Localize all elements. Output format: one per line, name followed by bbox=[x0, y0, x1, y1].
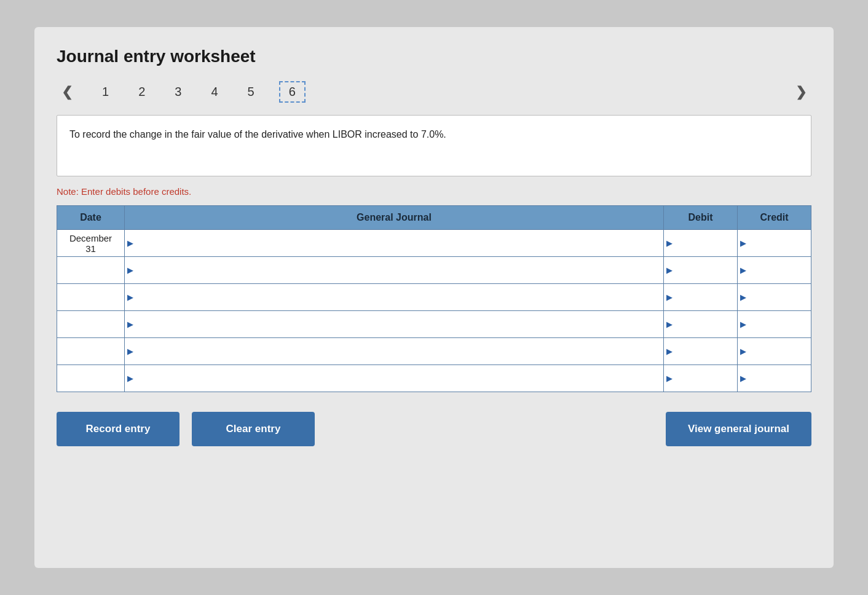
credit-input-3[interactable] bbox=[748, 311, 811, 337]
journal-input-3[interactable] bbox=[135, 311, 663, 337]
date-cell-4 bbox=[57, 338, 125, 365]
nav-item-2[interactable]: 2 bbox=[133, 82, 150, 101]
cell-arrow-icon: ▶ bbox=[740, 374, 746, 383]
credit-cell-4[interactable]: ▶ bbox=[738, 338, 811, 365]
nav-item-1[interactable]: 1 bbox=[97, 82, 114, 101]
cell-arrow-icon: ▶ bbox=[666, 293, 673, 302]
date-cell-0: December 31 bbox=[57, 230, 125, 257]
cell-arrow-icon: ▶ bbox=[127, 293, 133, 302]
table-row: ▶▶▶ bbox=[57, 311, 811, 338]
cell-arrow-icon: ▶ bbox=[740, 238, 746, 248]
cell-arrow-icon: ▶ bbox=[740, 293, 746, 302]
table-row: ▶▶▶ bbox=[57, 284, 811, 311]
date-cell-3 bbox=[57, 311, 125, 338]
nav-item-3[interactable]: 3 bbox=[170, 82, 186, 101]
date-cell-2 bbox=[57, 284, 125, 311]
credit-input-1[interactable] bbox=[748, 257, 811, 283]
credit-input-0[interactable] bbox=[748, 230, 811, 256]
nav-item-6[interactable]: 6 bbox=[279, 81, 306, 103]
cell-arrow-icon: ▶ bbox=[740, 347, 746, 356]
journal-input-0[interactable] bbox=[135, 230, 663, 256]
header-credit: Credit bbox=[738, 206, 811, 230]
note-text: Note: Enter debits before credits. bbox=[57, 186, 811, 197]
worksheet-container: Journal entry worksheet ❮ 1 2 3 4 5 6 ❯ … bbox=[34, 27, 834, 568]
credit-cell-5[interactable]: ▶ bbox=[738, 365, 811, 392]
date-cell-5 bbox=[57, 365, 125, 392]
description-text: To record the change in the fair value o… bbox=[69, 129, 446, 140]
credit-cell-1[interactable]: ▶ bbox=[738, 257, 811, 284]
header-date: Date bbox=[57, 206, 125, 230]
debit-input-5[interactable] bbox=[674, 365, 737, 392]
journal-input-1[interactable] bbox=[135, 257, 663, 283]
credit-input-4[interactable] bbox=[748, 338, 811, 364]
credit-cell-0[interactable]: ▶ bbox=[738, 230, 811, 257]
cell-arrow-icon: ▶ bbox=[127, 266, 133, 275]
debit-cell-0[interactable]: ▶ bbox=[664, 230, 738, 257]
date-cell-1 bbox=[57, 257, 125, 284]
cell-arrow-icon: ▶ bbox=[666, 266, 673, 275]
journal-input-5[interactable] bbox=[135, 365, 663, 392]
journal-cell-4[interactable]: ▶ bbox=[125, 338, 664, 365]
clear-entry-button[interactable]: Clear entry bbox=[192, 412, 315, 446]
journal-cell-3[interactable]: ▶ bbox=[125, 311, 664, 338]
journal-table: Date General Journal Debit Credit Decemb… bbox=[57, 205, 811, 392]
nav-item-4[interactable]: 4 bbox=[206, 82, 223, 101]
page-title: Journal entry worksheet bbox=[57, 47, 811, 66]
cell-arrow-icon: ▶ bbox=[666, 320, 673, 329]
nav-item-5[interactable]: 5 bbox=[243, 82, 259, 101]
credit-input-5[interactable] bbox=[748, 365, 811, 392]
buttons-row: Record entry Clear entry View general jo… bbox=[57, 412, 811, 446]
journal-cell-0[interactable]: ▶ bbox=[125, 230, 664, 257]
table-row: December 31▶▶▶ bbox=[57, 230, 811, 257]
header-debit: Debit bbox=[664, 206, 738, 230]
cell-arrow-icon: ▶ bbox=[127, 320, 133, 329]
debit-input-0[interactable] bbox=[674, 230, 737, 256]
credit-cell-3[interactable]: ▶ bbox=[738, 311, 811, 338]
cell-arrow-icon: ▶ bbox=[127, 347, 133, 356]
journal-cell-5[interactable]: ▶ bbox=[125, 365, 664, 392]
navigation-row: ❮ 1 2 3 4 5 6 ❯ bbox=[57, 81, 811, 103]
journal-cell-2[interactable]: ▶ bbox=[125, 284, 664, 311]
debit-input-2[interactable] bbox=[674, 284, 737, 310]
debit-input-1[interactable] bbox=[674, 257, 737, 283]
cell-arrow-icon: ▶ bbox=[666, 374, 673, 383]
cell-arrow-icon: ▶ bbox=[740, 266, 746, 275]
nav-next-arrow[interactable]: ❯ bbox=[791, 82, 811, 103]
debit-cell-5[interactable]: ▶ bbox=[664, 365, 738, 392]
debit-input-4[interactable] bbox=[674, 338, 737, 364]
table-row: ▶▶▶ bbox=[57, 257, 811, 284]
cell-arrow-icon: ▶ bbox=[127, 374, 133, 383]
credit-cell-2[interactable]: ▶ bbox=[738, 284, 811, 311]
cell-arrow-icon: ▶ bbox=[666, 238, 673, 248]
cell-arrow-icon: ▶ bbox=[127, 238, 133, 248]
cell-arrow-icon: ▶ bbox=[740, 320, 746, 329]
table-row: ▶▶▶ bbox=[57, 365, 811, 392]
view-general-journal-button[interactable]: View general journal bbox=[666, 412, 811, 446]
debit-cell-2[interactable]: ▶ bbox=[664, 284, 738, 311]
journal-input-4[interactable] bbox=[135, 338, 663, 364]
journal-cell-1[interactable]: ▶ bbox=[125, 257, 664, 284]
record-entry-button[interactable]: Record entry bbox=[57, 412, 180, 446]
description-box: To record the change in the fair value o… bbox=[57, 115, 811, 176]
cell-arrow-icon: ▶ bbox=[666, 347, 673, 356]
header-journal: General Journal bbox=[125, 206, 664, 230]
credit-input-2[interactable] bbox=[748, 284, 811, 310]
debit-cell-4[interactable]: ▶ bbox=[664, 338, 738, 365]
table-row: ▶▶▶ bbox=[57, 338, 811, 365]
journal-input-2[interactable] bbox=[135, 284, 663, 310]
debit-input-3[interactable] bbox=[674, 311, 737, 337]
nav-prev-arrow[interactable]: ❮ bbox=[57, 82, 77, 103]
debit-cell-3[interactable]: ▶ bbox=[664, 311, 738, 338]
debit-cell-1[interactable]: ▶ bbox=[664, 257, 738, 284]
